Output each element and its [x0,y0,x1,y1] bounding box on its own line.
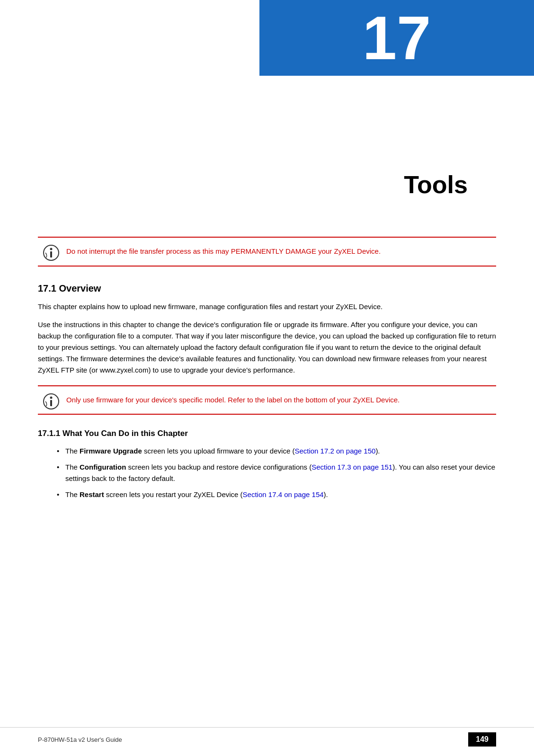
section-171-heading: 17.1 Overview [38,283,496,294]
bullet3-bold: Restart [80,490,104,498]
footer-text: P-870HW-51a v2 User's Guide [38,736,122,743]
bullet2-bold: Configuration [80,463,126,471]
svg-point-4 [50,396,53,399]
chapter-number-block: 17 [259,0,534,76]
note-box-2: Only use firmware for your device's spec… [38,385,496,415]
svg-point-1 [50,248,53,250]
chapter-number: 17 [363,7,431,69]
bullet3-mid: screen lets you restart your ZyXEL Devic… [104,490,243,498]
page: 17 Tools Do not interrupt the file trans… [0,0,534,756]
svg-rect-2 [50,251,52,258]
bullet-item-2: The Configuration screen lets you backup… [57,462,496,484]
bullet2-pre: The [65,463,80,471]
section-171-para1: This chapter explains how to upload new … [38,301,496,312]
bullet-list: The Firmware Upgrade screen lets you upl… [57,445,496,500]
bullet2-mid: screen lets you backup and restore devic… [126,463,312,471]
chapter-title-area: Tools [0,104,534,199]
note-box-1: Do not interrupt the file transfer proce… [38,237,496,267]
section-171-para2: Use the instructions in this chapter to … [38,319,496,376]
bullet3-post: ). [324,490,328,498]
bullet3-link[interactable]: Section 17.4 on page 154 [243,490,324,498]
note2-text: Only use firmware for your device's spec… [66,395,487,406]
footer: P-870HW-51a v2 User's Guide 149 [0,727,534,747]
bullet3-pre: The [65,490,80,498]
bullet-item-1: The Firmware Upgrade screen lets you upl… [57,445,496,457]
bullet-item-3: The Restart screen lets you restart your… [57,489,496,500]
bullet1-pre: The [65,447,80,455]
bullet1-bold: Firmware Upgrade [80,447,142,455]
svg-rect-5 [50,400,52,406]
note-icon-1 [43,244,60,261]
note1-text: Do not interrupt the file transfer proce… [66,246,487,257]
note-icon-2 [43,393,60,410]
section-1711-heading: 17.1.1 What You Can Do in this Chapter [38,429,496,438]
content: Do not interrupt the file transfer proce… [0,218,534,534]
page-number: 149 [468,732,496,747]
bullet1-link[interactable]: Section 17.2 on page 150 [294,447,375,455]
bullet1-post: ). [375,447,380,455]
chapter-header: 17 [0,0,534,104]
bullet2-link[interactable]: Section 17.3 on page 151 [312,463,392,471]
bullet1-mid: screen lets you upload firmware to your … [142,447,295,455]
chapter-title: Tools [38,170,496,199]
